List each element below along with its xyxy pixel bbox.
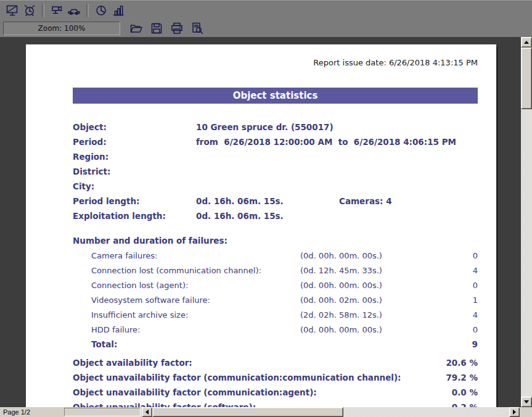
monitor-off-button[interactable]	[4, 2, 21, 19]
failure-duration: (0d. 00h. 00m. 00s.)	[300, 281, 424, 290]
preview-area: Report issue date: 6/26/2018 4:13:15 PM …	[0, 37, 521, 407]
field-value: 0d. 16h. 06m. 15s.	[196, 196, 339, 206]
status-bar: Page 1/2	[0, 407, 532, 417]
factor-row: Object unavailability factor (communicat…	[73, 385, 478, 400]
field-value: 0d. 16h. 06m. 15s.	[196, 211, 339, 221]
bar-chart-icon	[112, 4, 125, 17]
failure-label: Connection lost (agent):	[91, 281, 300, 290]
field-label: Region:	[73, 152, 196, 162]
report-page: Report issue date: 6/26/2018 4:13:15 PM …	[26, 44, 496, 407]
field-label: Period:	[73, 137, 196, 147]
total-label: Total:	[91, 339, 300, 349]
print-icon	[170, 22, 184, 35]
field-row-exploitation-length: Exploitation length: 0d. 16h. 06m. 15s.	[73, 208, 478, 223]
zoom-label: Zoom: 100%	[38, 24, 86, 33]
failures-heading: Number and duration of failures:	[73, 233, 478, 248]
bar-chart-button[interactable]	[110, 2, 127, 19]
failure-duration: (0d. 00h. 02m. 00s.)	[300, 295, 424, 305]
failure-row: HDD failure: (0d. 00h. 00m. 00s.) 0	[73, 322, 478, 337]
scroll-left-icon	[145, 410, 149, 415]
factor-label: Object availability factor:	[73, 358, 446, 368]
status-corner	[520, 407, 532, 417]
failures-total-row: Total: 9	[73, 337, 478, 352]
field-label: Period length:	[73, 196, 196, 206]
failure-count: 0	[424, 251, 478, 260]
field-extra: Cameras: 4	[339, 196, 392, 206]
field-row-district: District:	[73, 164, 478, 179]
scroll-left-button[interactable]	[142, 407, 152, 417]
failure-label: Connection lost (communication channel):	[91, 266, 300, 275]
failure-count: 0	[424, 325, 478, 334]
report-fields: Object: 10 Green spruce dr. (550017) Per…	[73, 120, 478, 223]
alarm-clock-button[interactable]	[21, 2, 38, 19]
factor-label: Object unavailability factor (software):	[73, 402, 452, 407]
field-row-region: Region:	[73, 149, 478, 164]
preview-button[interactable]	[189, 20, 206, 36]
alarm-clock-icon	[23, 4, 36, 17]
field-label: Exploitation length:	[73, 211, 196, 221]
failure-duration: (2d. 02h. 58m. 12s.)	[300, 310, 424, 320]
factor-value: 0.2 %	[452, 402, 478, 407]
status-panel	[64, 408, 141, 416]
toolbar-separator	[86, 4, 89, 17]
preview-icon	[190, 22, 204, 35]
camera-icon	[50, 4, 63, 17]
gauge-button[interactable]	[92, 2, 110, 19]
failure-duration: (0d. 12h. 45m. 33s.)	[300, 266, 424, 275]
failure-duration: (0d. 00h. 00m. 00s.)	[300, 325, 424, 334]
factor-value: 20.6 %	[446, 358, 478, 368]
factor-row: Object unavailability factor (communicat…	[73, 370, 478, 385]
failures-table: Camera failures: (0d. 00h. 00m. 00s.) 0 …	[73, 248, 478, 352]
field-row-object: Object: 10 Green spruce dr. (550017)	[73, 120, 478, 134]
field-row-period-length: Period length: 0d. 16h. 06m. 15s. Camera…	[73, 194, 478, 208]
failure-count: 4	[424, 310, 478, 320]
open-folder-icon	[129, 22, 143, 35]
field-row-period: Period: from 6/26/2018 12:00:00 AM to 6/…	[73, 134, 478, 149]
failure-row: Insufficient archive size: (2d. 02h. 58m…	[73, 307, 478, 322]
open-button[interactable]	[128, 20, 145, 36]
scroll-down-button[interactable]	[521, 397, 532, 407]
car-button[interactable]	[65, 2, 83, 19]
scroll-up-button[interactable]	[521, 37, 532, 47]
failure-count: 1	[424, 295, 478, 305]
print-button[interactable]	[168, 20, 186, 36]
failure-label: HDD failure:	[91, 325, 300, 334]
vertical-scrollbar-thumb[interactable]	[521, 47, 532, 109]
field-label: District:	[73, 167, 196, 176]
field-value: from 6/26/2018 12:00:00 AM to 6/26/2018 …	[196, 137, 456, 147]
failure-row: Videosystem software failure: (0d. 00h. …	[73, 292, 478, 307]
factor-value: 79.2 %	[446, 373, 478, 382]
failure-row: Connection lost (communication channel):…	[73, 263, 478, 278]
failure-row: Camera failures: (0d. 00h. 00m. 00s.) 0	[73, 248, 478, 263]
failure-duration: (0d. 00h. 00m. 00s.)	[300, 251, 424, 260]
failure-label: Insufficient archive size:	[91, 310, 300, 320]
field-value: 10 Green spruce dr. (550017)	[196, 122, 339, 132]
report-title: Object statistics	[73, 88, 478, 104]
zoom-control[interactable]: Zoom: 100%	[3, 22, 120, 35]
camera-button[interactable]	[48, 2, 65, 19]
scroll-down-icon	[524, 400, 529, 403]
factor-label: Object unavailability factor (communicat…	[73, 387, 452, 397]
failure-count: 0	[424, 281, 478, 290]
factor-label: Object unavailability factor (communicat…	[73, 373, 446, 382]
failure-label: Videosystem software failure:	[91, 295, 300, 305]
horizontal-scrollbar-thumb[interactable]	[152, 407, 343, 417]
vertical-scrollbar[interactable]	[521, 37, 532, 407]
factor-row: Object unavailability factor (software):…	[73, 400, 478, 407]
monitor-off-icon	[6, 4, 19, 17]
page-indicator: Page 1/2	[0, 408, 64, 416]
scroll-right-icon	[513, 410, 516, 415]
save-button[interactable]	[148, 20, 165, 36]
field-label: Object:	[73, 122, 196, 132]
horizontal-scrollbar[interactable]	[142, 407, 520, 417]
factor-row: Object availability factor: 20.6 %	[73, 355, 478, 370]
toolbar-separator	[42, 4, 44, 17]
scroll-right-button[interactable]	[509, 407, 520, 417]
field-row-city: City:	[73, 179, 478, 194]
failure-label: Camera failures:	[91, 251, 300, 260]
failure-row: Connection lost (agent): (0d. 00h. 00m. …	[73, 278, 478, 292]
field-label: City:	[73, 181, 196, 191]
gauge-icon	[94, 4, 108, 17]
factor-value: 0.0 %	[452, 387, 478, 397]
total-value: 9	[424, 339, 478, 349]
